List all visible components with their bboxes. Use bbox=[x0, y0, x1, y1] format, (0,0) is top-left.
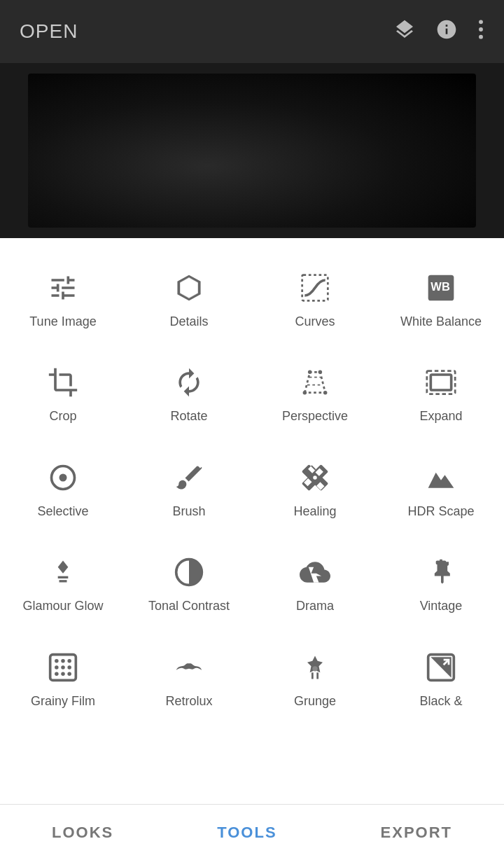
tool-rotate[interactable]: Rotate bbox=[126, 347, 252, 441]
glamour-glow-icon bbox=[44, 553, 82, 591]
white-balance-icon: WB bbox=[422, 269, 460, 307]
svg-point-8 bbox=[303, 391, 307, 395]
svg-point-2 bbox=[479, 34, 483, 39]
layers-icon[interactable] bbox=[393, 18, 416, 46]
svg-point-30 bbox=[61, 672, 65, 676]
brush-label: Brush bbox=[172, 504, 205, 520]
open-button[interactable]: OPEN bbox=[20, 20, 78, 43]
retrolux-icon bbox=[170, 649, 208, 686]
hdr-scape-icon bbox=[422, 459, 460, 497]
image-preview bbox=[0, 63, 504, 238]
grainy-film-label: Grainy Film bbox=[31, 693, 95, 709]
nav-looks[interactable]: LOOKS bbox=[31, 817, 134, 849]
vintage-label: Vintage bbox=[420, 598, 463, 614]
tonal-contrast-icon bbox=[170, 553, 208, 591]
svg-point-9 bbox=[323, 391, 328, 395]
tool-perspective[interactable]: Perspective bbox=[252, 347, 378, 441]
tool-retrolux[interactable]: Retrolux bbox=[126, 632, 252, 726]
tool-healing[interactable]: Healing bbox=[252, 442, 378, 536]
svg-point-15 bbox=[59, 473, 67, 481]
tune-image-label: Tune Image bbox=[29, 314, 96, 330]
healing-icon bbox=[296, 459, 334, 497]
grunge-label: Grunge bbox=[294, 693, 336, 709]
perspective-icon bbox=[296, 363, 334, 401]
glamour-glow-label: Glamour Glow bbox=[22, 598, 103, 614]
tool-curves[interactable]: Curves bbox=[252, 252, 378, 347]
tool-crop[interactable]: Crop bbox=[0, 347, 126, 441]
svg-point-16 bbox=[313, 476, 317, 480]
drama-icon bbox=[296, 553, 334, 591]
tool-details[interactable]: Details bbox=[126, 252, 252, 347]
svg-point-0 bbox=[479, 20, 483, 24]
svg-point-31 bbox=[67, 672, 71, 676]
vintage-icon bbox=[422, 553, 460, 591]
svg-text:WB: WB bbox=[430, 280, 450, 293]
selective-label: Selective bbox=[37, 504, 88, 520]
black-white-label: Black & bbox=[419, 693, 462, 709]
curves-icon bbox=[296, 269, 334, 307]
svg-marker-17 bbox=[58, 561, 69, 574]
tool-grunge[interactable]: Grunge bbox=[252, 632, 378, 726]
perspective-label: Perspective bbox=[282, 408, 348, 424]
svg-point-11 bbox=[318, 370, 323, 375]
header-actions bbox=[393, 18, 484, 46]
svg-point-26 bbox=[55, 665, 59, 670]
expand-icon bbox=[422, 363, 460, 401]
bottom-navigation: LOOKS TOOLS EXPORT bbox=[0, 804, 504, 860]
tool-drama[interactable]: Drama bbox=[252, 536, 378, 631]
tool-glamour-glow[interactable]: Glamour Glow bbox=[0, 536, 126, 631]
tool-tonal-contrast[interactable]: Tonal Contrast bbox=[126, 536, 252, 631]
svg-point-29 bbox=[55, 672, 59, 676]
svg-point-28 bbox=[67, 665, 71, 670]
tune-image-icon bbox=[44, 269, 82, 307]
svg-point-25 bbox=[67, 659, 71, 663]
selective-icon bbox=[44, 459, 82, 497]
more-icon[interactable] bbox=[477, 18, 484, 46]
svg-point-27 bbox=[61, 665, 65, 670]
white-balance-label: White Balance bbox=[400, 314, 482, 330]
tool-grainy-film[interactable]: Grainy Film bbox=[0, 632, 126, 726]
expand-label: Expand bbox=[419, 408, 462, 424]
nav-export[interactable]: EXPORT bbox=[360, 817, 473, 849]
info-icon[interactable] bbox=[435, 18, 458, 46]
tool-selective[interactable]: Selective bbox=[0, 442, 126, 536]
details-label: Details bbox=[169, 314, 208, 330]
grunge-icon bbox=[296, 649, 334, 686]
brush-icon bbox=[170, 459, 208, 497]
tool-brush[interactable]: Brush bbox=[126, 442, 252, 536]
tools-container: Tune Image Details Curves bbox=[0, 238, 504, 740]
tool-white-balance[interactable]: WB White Balance bbox=[378, 252, 504, 347]
nav-tools[interactable]: TOOLS bbox=[196, 817, 298, 849]
grainy-film-icon bbox=[44, 649, 82, 686]
svg-rect-13 bbox=[430, 375, 451, 390]
svg-point-24 bbox=[61, 659, 65, 663]
preview-image bbox=[28, 74, 476, 228]
tonal-contrast-label: Tonal Contrast bbox=[148, 598, 230, 614]
tools-grid: Tune Image Details Curves bbox=[0, 252, 504, 726]
svg-point-23 bbox=[55, 659, 59, 663]
curves-label: Curves bbox=[295, 314, 335, 330]
crop-icon bbox=[44, 363, 82, 401]
tool-tune-image[interactable]: Tune Image bbox=[0, 252, 126, 347]
black-white-icon bbox=[422, 649, 460, 686]
app-header: OPEN bbox=[0, 0, 504, 63]
tool-black-white[interactable]: Black & bbox=[378, 632, 504, 726]
rotate-icon bbox=[170, 363, 208, 401]
retrolux-label: Retrolux bbox=[165, 693, 212, 709]
drama-label: Drama bbox=[296, 598, 334, 614]
healing-label: Healing bbox=[293, 504, 336, 520]
svg-point-1 bbox=[479, 27, 483, 32]
rotate-label: Rotate bbox=[170, 408, 207, 424]
details-icon bbox=[170, 269, 208, 307]
tool-hdr-scape[interactable]: HDR Scape bbox=[378, 442, 504, 536]
crop-label: Crop bbox=[49, 408, 76, 424]
svg-point-32 bbox=[312, 666, 317, 671]
tool-vintage[interactable]: Vintage bbox=[378, 536, 504, 631]
tool-expand[interactable]: Expand bbox=[378, 347, 504, 441]
svg-point-10 bbox=[308, 370, 312, 375]
hdr-scape-label: HDR Scape bbox=[407, 504, 474, 520]
